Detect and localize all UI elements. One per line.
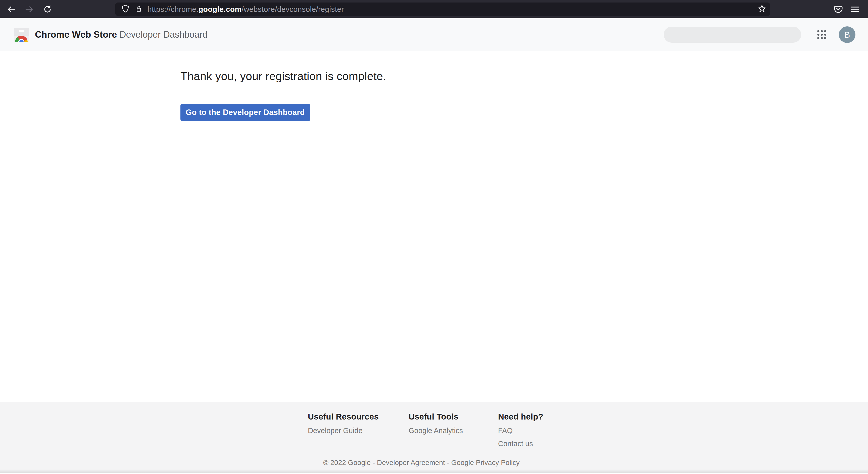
copyright-separator: - xyxy=(445,459,451,467)
bookmark-star-icon[interactable] xyxy=(757,4,767,14)
hamburger-icon xyxy=(850,11,860,15)
chrome-web-store-logo[interactable] xyxy=(14,28,29,42)
url-domain: google.com xyxy=(198,5,242,13)
chrome-ball-icon xyxy=(15,36,28,42)
footer-link-developer-agreement[interactable]: Developer Agreement xyxy=(377,459,445,467)
main-content: Thank you, your registration is complete… xyxy=(0,51,868,402)
arrow-right-icon xyxy=(25,4,34,14)
site-header: Chrome Web StoreDeveloper Dashboard B xyxy=(0,18,868,51)
footer-col-resources: Useful Resources Developer Guide xyxy=(308,412,409,447)
arrow-left-icon xyxy=(6,4,16,14)
brand-subtitle: Developer Dashboard xyxy=(120,29,208,40)
pocket-icon xyxy=(833,11,843,15)
page-title: Thank you, your registration is complete… xyxy=(180,70,868,83)
store-bag-icon xyxy=(14,28,29,42)
footer-link-google-analytics[interactable]: Google Analytics xyxy=(409,427,498,434)
footer-col-title: Useful Tools xyxy=(409,412,498,421)
url-text: https://chrome.google.com/webstore/devco… xyxy=(148,5,344,13)
footer-link-privacy-policy[interactable]: Google Privacy Policy xyxy=(451,459,520,467)
footer-link-developer-guide[interactable]: Developer Guide xyxy=(308,427,409,434)
footer-columns: Useful Resources Developer Guide Useful … xyxy=(308,412,559,447)
reload-button[interactable] xyxy=(43,4,52,14)
tracking-shield-icon[interactable] xyxy=(121,4,129,14)
account-avatar[interactable]: B xyxy=(839,26,856,43)
url-bar[interactable]: https://chrome.google.com/webstore/devco… xyxy=(115,2,770,16)
browser-window: https://chrome.google.com/webstore/devco… xyxy=(0,0,868,474)
browser-toolbar: https://chrome.google.com/webstore/devco… xyxy=(0,0,868,18)
avatar-letter: B xyxy=(844,30,850,40)
apps-grid-icon xyxy=(816,37,827,41)
google-apps-button[interactable] xyxy=(816,29,827,41)
brand-title[interactable]: Chrome Web StoreDeveloper Dashboard xyxy=(35,29,208,40)
footer-col-title: Need help? xyxy=(498,412,559,421)
menu-button[interactable] xyxy=(850,4,860,15)
copyright-line: © 2022 Google - Developer Agreement - Go… xyxy=(308,459,535,467)
copyright-text: © 2022 Google - xyxy=(323,459,377,467)
lock-icon[interactable] xyxy=(135,4,143,14)
url-path: /webstore/devconsole/register xyxy=(242,5,344,13)
store-search-input[interactable] xyxy=(664,27,801,43)
go-to-dashboard-button[interactable]: Go to the Developer Dashboard xyxy=(180,104,310,121)
footer: Useful Resources Developer Guide Useful … xyxy=(0,402,868,473)
reload-icon xyxy=(43,4,52,14)
pocket-button[interactable] xyxy=(833,4,843,15)
footer-col-help: Need help? FAQ Contact us xyxy=(498,412,559,447)
forward-button[interactable] xyxy=(25,4,34,14)
footer-col-title: Useful Resources xyxy=(308,412,409,421)
url-prefix: https://chrome. xyxy=(148,5,198,13)
footer-col-tools: Useful Tools Google Analytics xyxy=(409,412,498,447)
brand-name: Chrome Web Store xyxy=(35,29,117,40)
footer-link-faq[interactable]: FAQ xyxy=(498,427,559,434)
footer-link-contact-us[interactable]: Contact us xyxy=(498,440,559,447)
back-button[interactable] xyxy=(6,4,16,14)
